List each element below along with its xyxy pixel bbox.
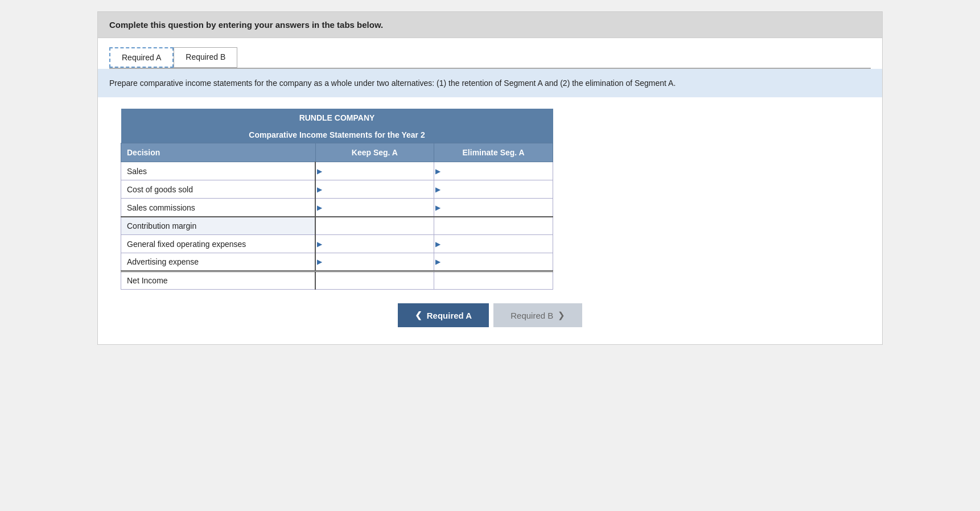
table-row: Sales▶▶ <box>121 162 553 180</box>
input-advertising-col2[interactable] <box>434 253 553 270</box>
arrow-icon: ▶ <box>317 167 322 175</box>
table-subtitle: Comparative Income Statements for the Ye… <box>121 127 553 143</box>
input-cell-general-fixed-col1[interactable]: ▶ <box>315 235 434 253</box>
input-general-fixed-col2[interactable] <box>434 235 553 253</box>
input-cell-sales-commissions-col1[interactable]: ▶ <box>315 199 434 217</box>
input-general-fixed-col1[interactable] <box>316 235 434 253</box>
arrow-icon: ▶ <box>435 240 440 248</box>
tabs-row: Required A Required B <box>109 47 871 68</box>
input-sales-col2[interactable] <box>434 162 553 180</box>
input-advertising-col1[interactable] <box>316 253 434 270</box>
row-label-cogs: Cost of goods sold <box>121 180 316 199</box>
input-sales-commissions-col1[interactable] <box>316 199 434 216</box>
row-label-sales: Sales <box>121 162 316 180</box>
content-area: RUNDLE COMPANY Comparative Income Statem… <box>97 97 883 345</box>
arrow-icon: ▶ <box>435 204 440 212</box>
col-header-decision: Decision <box>121 143 316 162</box>
input-cell-cogs-col2[interactable]: ▶ <box>434 180 553 199</box>
chevron-right-icon <box>558 310 565 320</box>
input-cell-cogs-col1[interactable]: ▶ <box>315 180 434 199</box>
table-row: Advertising expense▶▶ <box>121 253 553 271</box>
table-row: Sales commissions▶▶ <box>121 199 553 217</box>
arrow-icon: ▶ <box>435 167 440 175</box>
table-wrapper: RUNDLE COMPANY Comparative Income Statem… <box>121 109 553 290</box>
arrow-icon: ▶ <box>317 204 322 212</box>
instruction-banner: Complete this question by entering your … <box>97 11 883 38</box>
input-cell-sales-col2[interactable]: ▶ <box>434 162 553 180</box>
arrow-icon: ▶ <box>317 186 322 193</box>
next-button[interactable]: Required B <box>493 303 582 327</box>
table-row: Contribution margin <box>121 217 553 235</box>
input-cell-advertising-col2[interactable]: ▶ <box>434 253 553 271</box>
col-header-eliminate: Eliminate Seg. A <box>434 143 553 162</box>
arrow-icon: ▶ <box>317 258 322 266</box>
input-cogs-col2[interactable] <box>434 180 553 198</box>
prev-button[interactable]: Required A <box>398 303 489 327</box>
table-row: General fixed operating expenses▶▶ <box>121 235 553 253</box>
input-sales-col1[interactable] <box>316 162 434 180</box>
row-label-general-fixed: General fixed operating expenses <box>121 235 316 253</box>
input-cell-general-fixed-col2[interactable]: ▶ <box>434 235 553 253</box>
income-table: RUNDLE COMPANY Comparative Income Statem… <box>121 109 553 290</box>
input-cell-net-income-col2 <box>434 271 553 290</box>
row-label-net-income: Net Income <box>121 271 316 290</box>
description-area: Prepare comparative income statements fo… <box>97 69 883 97</box>
arrow-icon: ▶ <box>435 186 440 193</box>
tabs-area: Required A Required B <box>97 38 883 69</box>
input-cell-sales-col1[interactable]: ▶ <box>315 162 434 180</box>
tab-required-b[interactable]: Required B <box>174 47 237 68</box>
input-cell-contribution-margin-col2 <box>434 217 553 235</box>
input-sales-commissions-col2[interactable] <box>434 199 553 216</box>
row-label-advertising: Advertising expense <box>121 253 316 271</box>
input-cell-advertising-col1[interactable]: ▶ <box>315 253 434 271</box>
chevron-left-icon <box>415 310 422 320</box>
table-company-name: RUNDLE COMPANY <box>121 109 553 127</box>
arrow-icon: ▶ <box>317 240 322 248</box>
table-row: Net Income <box>121 271 553 290</box>
row-label-sales-commissions: Sales commissions <box>121 199 316 217</box>
bottom-nav: Required A Required B <box>109 303 871 327</box>
arrow-icon: ▶ <box>435 258 440 266</box>
table-row: Cost of goods sold▶▶ <box>121 180 553 199</box>
input-cell-net-income-col1 <box>315 271 434 290</box>
row-label-contribution-margin: Contribution margin <box>121 217 316 235</box>
input-cogs-col1[interactable] <box>316 180 434 198</box>
col-header-keep: Keep Seg. A <box>315 143 434 162</box>
tab-required-a[interactable]: Required A <box>109 47 174 68</box>
input-cell-sales-commissions-col2[interactable]: ▶ <box>434 199 553 217</box>
input-cell-contribution-margin-col1 <box>315 217 434 235</box>
